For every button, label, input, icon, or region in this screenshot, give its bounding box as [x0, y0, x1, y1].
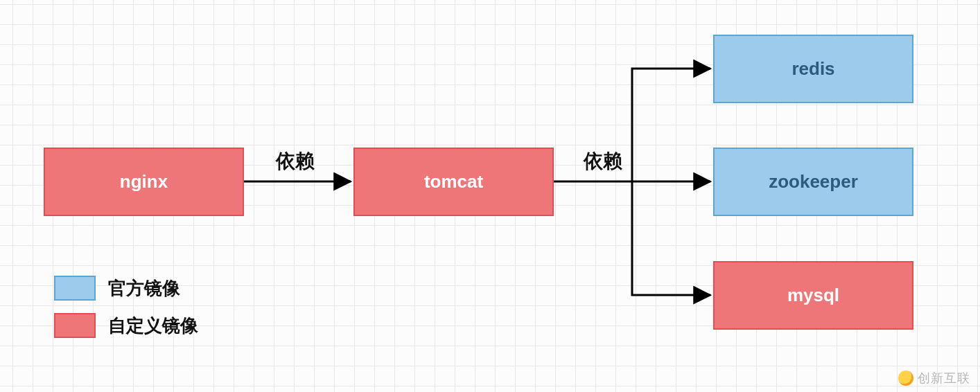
node-nginx: nginx: [44, 148, 244, 216]
legend-row: 自定义镜像: [54, 313, 198, 338]
node-tomcat: tomcat: [353, 148, 554, 216]
legend: 官方镜像 自定义镜像: [54, 276, 198, 338]
watermark-logo-icon: [898, 371, 913, 386]
watermark: 创新互联: [898, 370, 970, 386]
node-label: nginx: [120, 171, 168, 193]
node-label: tomcat: [424, 171, 483, 193]
edge-label-nginx-tomcat: 依赖: [276, 148, 315, 175]
node-label: redis: [791, 58, 834, 80]
legend-swatch-red: [54, 313, 96, 338]
node-label: mysql: [787, 285, 839, 306]
legend-swatch-blue: [54, 276, 96, 301]
node-label: zookeeper: [769, 171, 858, 193]
watermark-text: 创新互联: [918, 370, 970, 386]
legend-label-custom: 自定义镜像: [108, 314, 198, 338]
legend-row: 官方镜像: [54, 276, 198, 301]
legend-label-official: 官方镜像: [108, 276, 180, 301]
node-zookeeper: zookeeper: [713, 148, 913, 216]
edge-label-tomcat-right: 依赖: [584, 148, 622, 175]
node-redis: redis: [713, 35, 913, 103]
node-mysql: mysql: [713, 261, 913, 330]
